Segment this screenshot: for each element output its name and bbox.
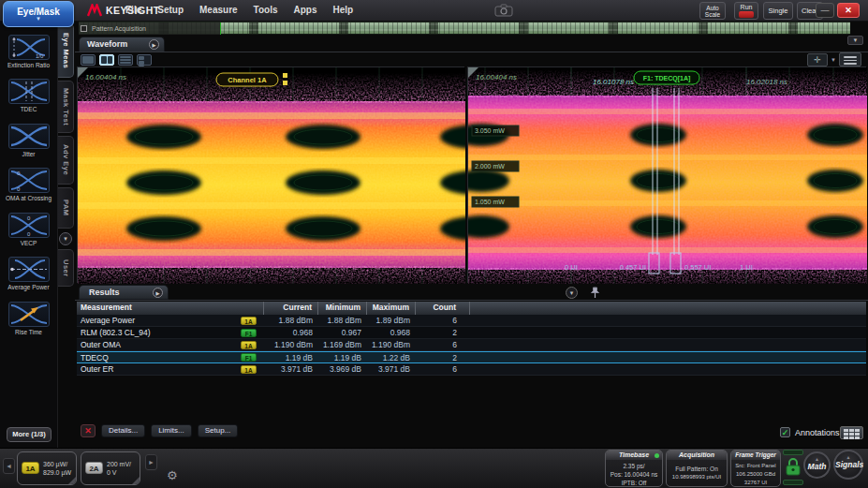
minimize-button[interactable]: —: [816, 3, 834, 18]
tab-user[interactable]: User: [58, 249, 74, 287]
source-badge: F1: [241, 353, 257, 362]
settings-gear-icon[interactable]: ⚙: [167, 468, 178, 482]
sidebar-item-extinction-ratio[interactable]: 1/0 Extinction Ratio: [1, 35, 57, 68]
menu-bar: File Setup Measure Tools Apps Help: [125, 5, 353, 15]
menu-setup[interactable]: Setup: [157, 5, 184, 15]
pan-dropdown-icon[interactable]: ▼: [831, 57, 836, 63]
details-button[interactable]: Details...: [101, 424, 145, 437]
col-measurement[interactable]: Measurement: [77, 302, 264, 315]
single-button[interactable]: Single: [763, 2, 793, 20]
tab-scroll-chevron-icon[interactable]: ▾: [59, 232, 72, 245]
strip-dropdown-button[interactable]: ▼: [847, 36, 863, 45]
annotations-label: Annotations: [795, 428, 840, 437]
channel-2a-scale: 200 mV/: [107, 460, 131, 468]
timebase-status-dot: [655, 453, 659, 458]
timebase-position: Pos: 16.00404 ns: [606, 470, 662, 479]
pan-icon[interactable]: ✛: [807, 53, 828, 67]
menu-file[interactable]: File: [125, 5, 141, 15]
result-row-rlm[interactable]: RLM (802.3 CL_94) F1 0.968 0.967 0.968 2: [77, 327, 866, 339]
frame-trigger-ui: 32767 UI: [731, 479, 780, 487]
average-power-icon: [9, 258, 49, 281]
tdecq-function-label[interactable]: F1: TDECQ[1A]: [634, 71, 699, 84]
delete-measurement-button[interactable]: ✕: [81, 424, 96, 437]
chevron-down-icon: ▼: [4, 17, 73, 22]
col-current[interactable]: Current: [264, 302, 318, 315]
sidebar-item-oma-at-crossing[interactable]: 0 0 OMA at Crossing: [1, 168, 57, 201]
svg-text:1/0: 1/0: [36, 53, 44, 59]
card-corner-fold: [68, 477, 76, 484]
annotations-checkbox[interactable]: ✓: [780, 427, 790, 437]
pattern-lock-indicator[interactable]: [783, 449, 803, 487]
channel-scroll-right-icon[interactable]: ►: [145, 454, 157, 470]
svg-text:0.457 UI: 0.457 UI: [620, 263, 646, 272]
svg-text:Channel 1A: Channel 1A: [228, 76, 267, 84]
plot-menu-icon[interactable]: [839, 52, 861, 67]
setup-button[interactable]: Setup...: [198, 424, 239, 437]
results-tab[interactable]: Results ▶: [79, 285, 169, 300]
svg-text:2.000 mW: 2.000 mW: [475, 163, 505, 170]
tab-adv-eye[interactable]: Adv Eye: [58, 136, 74, 185]
eye-diagram-channel-1a[interactable]: 16.00404 ns Channel 1A: [77, 67, 464, 283]
results-pin-icon[interactable]: [590, 287, 600, 299]
eye-mask-mode-button[interactable]: Eye/Mask▼: [3, 1, 74, 27]
result-row-average-power[interactable]: Average Power 1A 1.88 dBm 1.88 dBm 1.89 …: [77, 315, 866, 327]
menu-help[interactable]: Help: [333, 5, 354, 15]
result-row-outer-er[interactable]: Outer ER 1A 3.971 dB 3.969 dB 3.971 dB 6: [77, 363, 866, 376]
tab-eye-meas[interactable]: Eye Meas: [58, 23, 74, 78]
sidebar-item-tdec[interactable]: TDEC: [1, 79, 57, 112]
channel-1a-label[interactable]: Channel 1A: [216, 73, 278, 86]
channel-scroll-left-icon[interactable]: ◄: [3, 458, 15, 474]
col-maximum[interactable]: Maximum: [367, 302, 416, 315]
results-table-header: Measurement Current Minimum Maximum Coun…: [77, 302, 866, 315]
layout-toolbar: [81, 54, 152, 66]
svg-text:F1: TDECQ[1A]: F1: TDECQ[1A]: [643, 75, 691, 82]
limits-button[interactable]: Limits...: [151, 424, 192, 437]
svg-text:3.050 mW: 3.050 mW: [475, 127, 505, 134]
tab-pam[interactable]: PAM: [58, 187, 74, 229]
layout-grid-icon[interactable]: [137, 54, 152, 66]
run-button[interactable]: Run: [734, 2, 758, 20]
layout-two-column-icon[interactable]: [99, 54, 114, 66]
more-measurements-button[interactable]: More (1/3): [7, 427, 51, 442]
waveform-tab-play-icon[interactable]: ▶: [149, 39, 159, 50]
sidebar-item-jitter[interactable]: Jitter: [1, 124, 57, 157]
acquisition-card[interactable]: Acquisition Full Pattern: On 10.98998993…: [666, 450, 728, 487]
result-row-outer-oma[interactable]: Outer OMA 1A 1.190 dBm 1.169 dBm 1.190 d…: [77, 339, 866, 351]
menu-apps[interactable]: Apps: [294, 5, 317, 15]
layout-single-icon[interactable]: [81, 54, 96, 66]
channel-2a-offset: 0 V: [107, 468, 131, 477]
source-badge: 1A: [241, 365, 257, 374]
channel-card-1a[interactable]: 1A 360 µW/ 829.0 µW: [17, 451, 77, 485]
menu-measure[interactable]: Measure: [199, 5, 238, 15]
card-corner-fold: [132, 477, 140, 484]
pattern-strip-marker-icon: [81, 25, 87, 32]
col-count[interactable]: Count: [416, 302, 470, 315]
grid-view-icon[interactable]: [840, 426, 863, 439]
sidebar-item-vecp[interactable]: 0 0 VECP: [1, 213, 57, 246]
sidebar-item-average-power[interactable]: Average Power: [1, 257, 57, 290]
waveform-tab[interactable]: Waveform ▶: [79, 37, 165, 52]
source-badge: 1A: [241, 317, 257, 325]
frame-trigger-card[interactable]: Frame Trigger Src: Front Panel 106.25000…: [730, 450, 781, 487]
rise-time-icon: [9, 303, 49, 326]
right-plot-timestamp-left: 16.00404 ns: [476, 73, 517, 81]
col-minimum[interactable]: Minimum: [318, 302, 367, 315]
close-button[interactable]: ✕: [837, 3, 860, 18]
tdec-icon: [9, 80, 49, 103]
sidebar-item-rise-time[interactable]: Rise Time: [1, 302, 57, 335]
channel-card-2a[interactable]: 2A 200 mV/ 0 V: [81, 451, 140, 485]
tab-mask-test[interactable]: Mask Test: [58, 81, 74, 133]
layout-rows-icon[interactable]: [118, 54, 133, 66]
timebase-card[interactable]: Timebase 2.35 ps/ Pos: 16.00404 ns IPTB:…: [605, 450, 663, 487]
eye-diagram-tdecq-f1[interactable]: 3.050 mW 2.000 mW 1.050 mW 16.00404 ns 1…: [467, 67, 866, 283]
result-row-tdecq[interactable]: TDECQ F1 1.19 dB 1.19 dB 1.22 dB 2: [77, 351, 866, 363]
auto-scale-button[interactable]: Auto Scale: [699, 2, 726, 20]
menu-tools[interactable]: Tools: [254, 5, 278, 15]
screenshot-camera-icon[interactable]: [494, 4, 513, 17]
pattern-acquisition-strip[interactable]: Pattern Acquisition: [79, 22, 850, 35]
frame-trigger-source: Src: Front Panel: [731, 462, 780, 470]
signals-button[interactable]: ▲ Signals: [833, 450, 863, 480]
results-tab-play-icon[interactable]: ▶: [153, 288, 163, 298]
math-button[interactable]: ▲ Math: [803, 451, 831, 479]
results-collapse-chevron-icon[interactable]: ▾: [566, 287, 578, 299]
